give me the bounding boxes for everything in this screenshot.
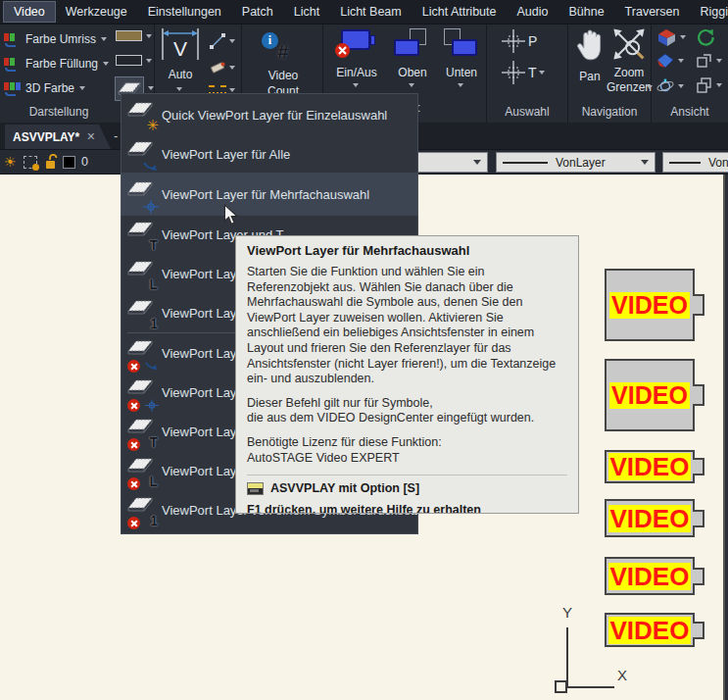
chevron-down-icon	[176, 87, 182, 91]
zoom-label1: Zoom	[614, 66, 645, 79]
file-tab-label: ASVVPLAY*	[13, 130, 79, 144]
visual-style-button[interactable]	[655, 52, 684, 70]
viewport-config-button[interactable]	[695, 52, 722, 70]
color-3d-icon	[4, 82, 21, 95]
menu-licht-beam[interactable]: Licht Beam	[330, 2, 412, 22]
menu-buehne[interactable]: Bühne	[558, 2, 613, 22]
arrow-icon	[145, 361, 159, 373]
color-outline-icon	[4, 33, 21, 46]
chevron-down-icon[interactable]	[146, 34, 152, 38]
viewport-restore-button[interactable]	[695, 76, 722, 94]
pan-hand-icon	[574, 26, 606, 64]
dim-line-button[interactable]	[209, 32, 235, 50]
layer-icon	[127, 417, 153, 436]
menu-licht-attribute[interactable]: Licht Attribute	[413, 2, 507, 22]
auswahl-t-button[interactable]: T	[501, 60, 545, 85]
tooltip-title: ViewPort Layer für Mehrfachauswahl	[247, 243, 567, 258]
menu-audio[interactable]: Audio	[507, 2, 558, 22]
menu-einstellungen[interactable]: Einstellungen	[138, 2, 231, 22]
video-symbol[interactable]: VIDEO	[605, 359, 695, 431]
refresh-icon	[695, 27, 715, 47]
layer-color-swatch[interactable]	[63, 156, 75, 169]
close-icon[interactable]: ✕	[86, 130, 95, 143]
section-label-darstellung: Darstellung	[0, 105, 118, 119]
red-x-icon	[127, 477, 140, 490]
video-symbol-label: VIDEO	[608, 563, 692, 590]
tooltip-note-line1: Dieser Befehl gilt nur für Symbole,	[247, 396, 433, 410]
crosshair-icon	[143, 200, 159, 214]
menu-item-viewport-layer-mehrfach[interactable]: ViewPort Layer für Mehrfachauswahl	[121, 174, 417, 215]
unten-button[interactable]: Unten	[439, 26, 484, 115]
video-symbol-tab	[370, 35, 375, 45]
isolate-selection-icon[interactable]	[24, 156, 37, 169]
farbe-fuellung-label: Farbe Füllung	[25, 57, 98, 71]
menu-patch[interactable]: Patch	[232, 2, 283, 22]
farbe-3d-button[interactable]: 3D Farbe	[4, 77, 85, 99]
pan-button[interactable]: Pan	[571, 26, 608, 103]
farbe-umriss-button[interactable]: Farbe Umriss	[4, 28, 107, 50]
windows-copy-icon	[695, 52, 713, 70]
chevron-down-icon	[678, 84, 684, 88]
chevron-down-icon	[353, 83, 359, 87]
outline-color-swatch[interactable]	[116, 30, 142, 41]
video-symbol[interactable]: VIDEO	[605, 450, 695, 483]
menu-traversen[interactable]: Traversen	[615, 2, 690, 22]
section-label-auswahl: Auswahl	[487, 105, 567, 119]
auto-button[interactable]: V Auto	[159, 26, 202, 103]
command-tooltip: ViewPort Layer für Mehrfachauswahl Start…	[235, 235, 579, 514]
lineweight-dropdown[interactable]: Von	[662, 152, 728, 173]
farbe-fuellung-button[interactable]: Farbe Füllung	[4, 53, 109, 75]
regen-button[interactable]	[695, 27, 715, 51]
letter-badge: L	[149, 474, 158, 489]
chevron-down-icon[interactable]	[148, 86, 154, 90]
red-x-icon	[127, 438, 140, 451]
video-symbol-label: VIDEO	[608, 453, 692, 480]
star-icon: ✳	[146, 117, 159, 134]
menu-werkzeuge[interactable]: Werkzeuge	[56, 2, 137, 22]
tooltip-command: ASVVPLAY mit Option [S]	[270, 481, 419, 495]
current-layer-name[interactable]: 0	[81, 155, 88, 169]
ribbon-section-navigation: Pan Zoom Grenzen Navigation	[568, 25, 652, 123]
command-thumbnail-icon	[247, 482, 264, 495]
auswahl-p-button[interactable]: P	[501, 28, 537, 54]
video-symbol[interactable]: VIDEO	[605, 499, 695, 537]
auswahl-p-label: P	[528, 33, 537, 49]
menu-licht[interactable]: Licht	[284, 2, 329, 22]
ucs-y-label: Y	[562, 604, 572, 621]
layer-icon	[127, 456, 153, 475]
menu-item-viewport-layer-alle[interactable]: ViewPort Layer für Alle	[121, 134, 417, 174]
unlock-icon[interactable]	[45, 154, 58, 174]
crosshair-icon	[501, 28, 526, 54]
menu-item-quick-viewport-layer[interactable]: ✳ Quick ViewPort Layer für Einzelauswahl	[121, 95, 417, 134]
einaus-label: Ein/Aus	[327, 66, 386, 79]
hash-icon: #	[277, 40, 289, 64]
layer-icon	[127, 220, 153, 239]
view-cube-icon	[655, 27, 677, 47]
menu-video[interactable]: Video	[4, 2, 55, 22]
menu-rigging[interactable]: Rigging	[690, 2, 728, 22]
dim-edit-button[interactable]	[209, 60, 235, 75]
red-x-icon	[127, 517, 140, 529]
layer-on-icon[interactable]: ☀	[4, 154, 17, 170]
file-tab-asvvplay[interactable]: ASVVPLAY* ✕	[5, 125, 111, 149]
red-x-icon	[127, 360, 140, 373]
video-count-label1: Video	[268, 69, 298, 82]
chevron-down-icon[interactable]	[146, 59, 152, 63]
layer-icon	[127, 338, 153, 358]
linetype-value: VonLayer	[556, 156, 606, 170]
fill-color-swatch[interactable]	[116, 55, 142, 66]
menu-item-label: ViewPort Layer für Mehrfachauswahl	[162, 187, 369, 202]
eraser-pencil-icon	[209, 60, 226, 75]
tooltip-help-hint: F1 drücken, um weitere Hilfe zu erhalten	[247, 503, 567, 514]
video-symbol[interactable]: VIDEO	[605, 613, 695, 647]
zoom-grenzen-button[interactable]: Zoom Grenzen	[609, 26, 651, 115]
linetype-dropdown[interactable]: VonLayer	[496, 152, 655, 173]
video-symbol[interactable]: VIDEO	[605, 557, 695, 595]
layer-icon	[127, 259, 153, 278]
video-symbol-icon	[394, 39, 419, 56]
zoom-extents-icon	[611, 26, 647, 62]
orbit-button[interactable]	[655, 76, 684, 96]
video-symbol[interactable]: VIDEO	[605, 269, 695, 341]
windows-cascade-icon	[695, 76, 713, 94]
view-cube-button[interactable]	[655, 27, 686, 47]
